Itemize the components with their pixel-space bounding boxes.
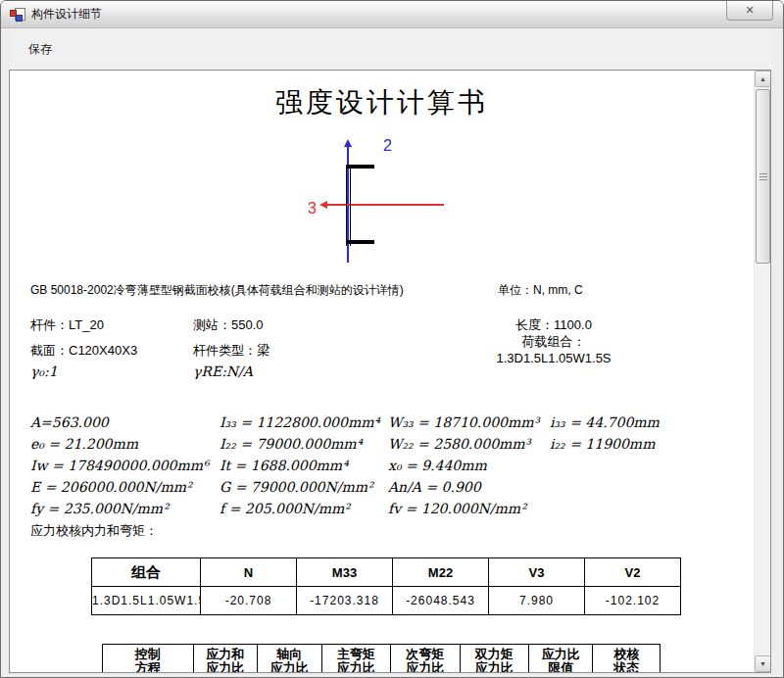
title-bar[interactable]: 构件设计细节 (1, 1, 783, 28)
scroll-up-button[interactable]: ▲ (755, 71, 771, 87)
col-header-bimoment-ratio: 双力矩 应力比 (460, 645, 528, 674)
properties-col1: A=563.000 e₀ = 21.200mm Iw = 178490000.0… (30, 412, 209, 519)
prop-line: x₀ = 9.440mm (388, 455, 539, 476)
col-header-M22: M22 (393, 558, 489, 587)
section-web (346, 166, 351, 246)
length-line: 长度：1100.0 (456, 316, 652, 333)
cell-V3: 7.980 (489, 587, 585, 615)
section-top-flange (346, 165, 374, 169)
param-member: 杆件：LT_20 (30, 316, 104, 334)
units-line: 单位：N, mm, C (498, 282, 583, 299)
properties-col2: I₃₃ = 1122800.000mm⁴ I₂₂ = 79000.000mm⁴ … (220, 412, 379, 519)
section-value: C120X40X3 (69, 343, 137, 358)
col-header-V2: V2 (585, 558, 681, 587)
param-station: 测站：550.0 (193, 316, 264, 334)
cell-M22: -26048.543 (393, 587, 489, 615)
scroll-down-button[interactable]: ▼ (755, 655, 771, 672)
col-header-M33: M33 (297, 558, 393, 587)
prop-line: W₃₃ = 18710.000mm³ (388, 412, 539, 433)
properties-col3: W₃₃ = 18710.000mm³ W₂₂ = 2580.000mm³ x₀ … (388, 412, 539, 519)
dialog-window: 构件设计细节 ✕ 保存 强度设计计算书 2 3 GB 50018-2002冷弯薄… (0, 0, 784, 678)
scroll-up-icon: ▲ (760, 75, 766, 82)
check-table: 控制 方程 应力和 应力比 轴向 应力比 主弯矩 应力比 (102, 644, 661, 673)
param-section: 截面：C120X40X3 (30, 342, 137, 360)
prop-line: I₂₂ = 79000.000mm⁴ (220, 433, 379, 455)
section-bottom-flange (346, 240, 374, 244)
forces-heading: 应力校核内力和弯矩： (30, 522, 158, 540)
prop-line: e₀ = 21.200mm (30, 433, 209, 455)
prop-line: It = 1688.000mm⁴ (220, 455, 379, 476)
member-value: LT_20 (69, 317, 104, 332)
report-title: 强度设计计算书 (10, 84, 754, 121)
gammaRE-line: γRE:N/A (193, 363, 253, 379)
cell-combo: 1.3D1.5L1.05W1.5S (92, 587, 201, 615)
prop-line: f = 205.000N/mm² (220, 498, 379, 519)
gamma0-line: γ₀:1 (30, 363, 58, 379)
prop-line: A=563.000 (30, 412, 209, 433)
design-code-line: GB 50018-2002冷弯薄壁型钢截面校核(具体荷载组合和测站的设计详情) (30, 282, 404, 299)
axis-3-arrow-icon (319, 201, 327, 209)
prop-line: I₃₃ = 1122800.000mm⁴ (220, 412, 379, 433)
properties-col4: i₃₃ = 44.700mm i₂₂ = 11900mm (550, 412, 660, 455)
forces-table: 组合 N M33 M22 V3 V2 1.3D1.5L1.05W1.5S -20… (91, 557, 681, 615)
col-header-N: N (201, 558, 297, 587)
col-header-major-moment-ratio: 主弯矩 应力比 (321, 645, 390, 674)
prop-line: i₃₃ = 44.700mm (550, 412, 660, 433)
forces-data-row: 1.3D1.5L1.05W1.5S -20.708 -17203.318 -26… (92, 587, 681, 615)
length-value: 1100.0 (554, 317, 592, 332)
close-icon: ✕ (745, 4, 754, 17)
prop-line: fv = 120.000N/mm² (388, 498, 539, 519)
member-type-value: 梁 (257, 343, 270, 358)
load-combo-label: 荷载组合： (456, 333, 652, 350)
load-combo-value: 1.3D1.5L1.05W1.5S (456, 350, 652, 366)
col-header-combo: 组合 (92, 558, 201, 587)
cell-N: -20.708 (201, 587, 297, 615)
prop-line: i₂₂ = 11900mm (550, 433, 660, 455)
param-member-type: 杆件类型：梁 (193, 342, 270, 360)
scroll-down-icon: ▼ (760, 660, 766, 667)
axis-3-label: 3 (308, 200, 317, 218)
col-header-control-eq: 控制 方程 (103, 645, 194, 674)
col-header-stress-ratio: 应力和 应力比 (193, 645, 257, 674)
document: 强度设计计算书 2 3 GB 50018-2002冷弯薄壁型钢截面校核(具体荷载… (10, 71, 754, 672)
param-length-load: 长度：1100.0 荷载组合： 1.3D1.5L1.05W1.5S (456, 316, 652, 366)
cell-V2: -102.102 (585, 587, 681, 615)
col-header-V3: V3 (489, 558, 585, 587)
check-header-row: 控制 方程 应力和 应力比 轴向 应力比 主弯矩 应力比 (103, 645, 661, 674)
prop-line: Iw = 178490000.000mm⁶ (30, 455, 209, 476)
col-header-axial-ratio: 轴向 应力比 (258, 645, 321, 674)
scrollbar-thumb[interactable] (756, 89, 770, 264)
document-panel: 强度设计计算书 2 3 GB 50018-2002冷弯薄壁型钢截面校核(具体荷载… (9, 70, 771, 673)
window-title: 构件设计细节 (31, 6, 102, 23)
station-value: 550.0 (231, 317, 264, 332)
axis-2-arrow-icon (344, 139, 352, 147)
prop-line: E = 206000.000N/mm² (30, 476, 209, 498)
prop-line: An/A = 0.900 (388, 476, 539, 498)
forces-header-row: 组合 N M33 M22 V3 V2 (92, 558, 681, 587)
close-button[interactable]: ✕ (726, 1, 773, 21)
prop-line: G = 79000.000N/mm² (220, 476, 379, 498)
col-header-minor-moment-ratio: 次弯矩 应力比 (391, 645, 460, 674)
app-icon (10, 7, 25, 23)
vertical-scrollbar[interactable]: ▲ ▼ (754, 71, 770, 672)
prop-line: fy = 235.000N/mm² (30, 498, 209, 519)
prop-line: W₂₂ = 2580.000mm³ (388, 433, 539, 455)
cell-M33: -17203.318 (297, 587, 393, 615)
menu-item-save[interactable]: 保存 (21, 37, 60, 62)
axis-2-label: 2 (383, 137, 392, 155)
scrollbar-grip-icon (760, 173, 767, 181)
col-header-check-status: 校核 状态 (593, 645, 661, 674)
col-header-ratio-limit: 应力比 限值 (529, 645, 593, 674)
axis-3-line (326, 204, 444, 206)
menu-bar: 保存 (10, 28, 774, 70)
